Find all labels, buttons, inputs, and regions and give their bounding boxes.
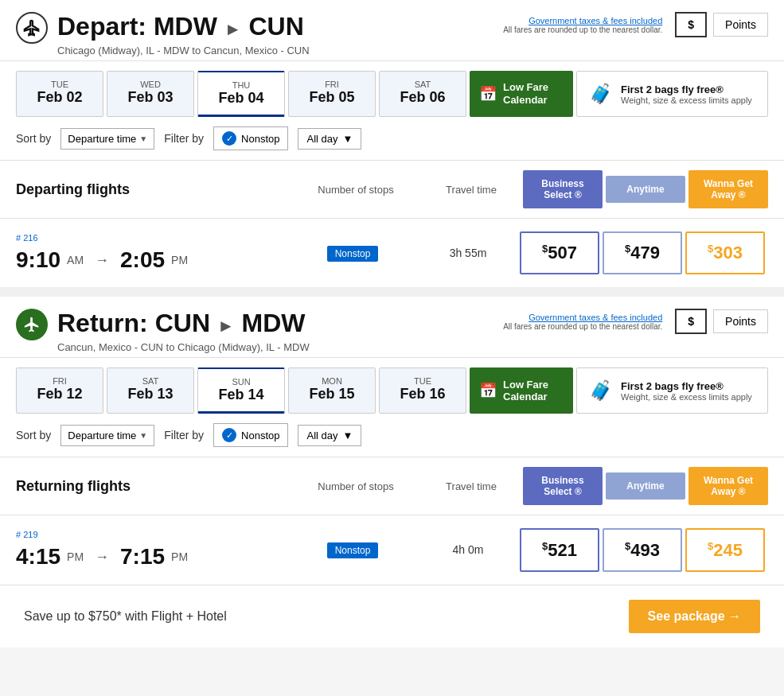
depart-fare-options: Government taxes & fees included All far… (503, 12, 768, 37)
return-flights-heading: Returning flights (16, 478, 292, 495)
depart-nonstop-badge: Nonstop (327, 246, 379, 262)
return-date-tab-3[interactable]: MON Feb 15 (288, 367, 376, 414)
return-travel-time: 4h 0m (416, 543, 520, 556)
depart-dest: CUN (248, 12, 303, 41)
return-flight-times: 4:15PM → 7:15PM (16, 544, 289, 570)
depart-title: Depart: MDW ► CUN Chicago (Midway), IL -… (57, 12, 503, 56)
return-flight-row: # 219 4:15PM → 7:15PM Nonstop 4h 0m $521… (0, 515, 784, 584)
return-price-bs[interactable]: $521 (520, 528, 599, 571)
depart-price-wga[interactable]: $303 (685, 231, 765, 274)
depart-time-arrow-icon: → (95, 252, 109, 269)
depart-date-tab-2[interactable]: THU Feb 04 (197, 71, 285, 117)
return-calendar-icon: 📅 (479, 382, 497, 399)
depart-tab-day-2: THU (205, 80, 278, 90)
depart-table-header: Departing flights Number of stops Travel… (0, 161, 784, 218)
depart-allday-filter[interactable]: All day ▼ (298, 128, 361, 150)
depart-nonstop-filter[interactable]: ✓ Nonstop (213, 126, 288, 150)
return-date-tabs: FRI Feb 12 SAT Feb 13 SUN Feb 14 MON Feb… (0, 358, 784, 414)
return-tax-link[interactable]: Government taxes & fees included (529, 313, 662, 322)
depart-date-tab-1[interactable]: WED Feb 03 (107, 71, 194, 117)
section-divider (0, 287, 784, 297)
depart-date-tab-0[interactable]: TUE Feb 02 (16, 71, 103, 117)
return-col-bs: Business Select ® (523, 467, 603, 505)
return-label: Return: (57, 309, 148, 337)
return-tab-day-3: MON (295, 376, 369, 386)
return-low-fare-button[interactable]: 📅 Low Fare Calendar (470, 367, 573, 414)
depart-currency-button[interactable]: $ (675, 12, 707, 37)
depart-subtitle: Chicago (Midway), IL - MDW to Cancun, Me… (57, 45, 503, 56)
return-tab-date-1: Feb 13 (114, 386, 187, 402)
return-date-tab-4[interactable]: TUE Feb 16 (379, 367, 466, 414)
return-bags-icon: 🧳 (589, 379, 613, 402)
depart-tab-date-0: Feb 02 (23, 89, 96, 106)
return-allday-label: All day (306, 430, 337, 441)
return-price-anytime[interactable]: $493 (603, 528, 682, 571)
return-col-anytime: Anytime (606, 472, 685, 500)
depart-price-bs[interactable]: $507 (520, 231, 599, 274)
depart-bs-amount: $507 (542, 243, 577, 262)
return-time-arrow-icon: → (95, 549, 109, 566)
return-date-tab-1[interactable]: SAT Feb 13 (107, 367, 194, 414)
return-bs-amount: $521 (542, 540, 577, 560)
return-anytime-amount: $493 (625, 540, 660, 560)
return-nonstop-filter[interactable]: ✓ Nonstop (213, 423, 288, 447)
return-flight-details: # 219 4:15PM → 7:15PM (16, 530, 289, 570)
return-points-button[interactable]: Points (713, 309, 768, 333)
depart-wga-amount: $303 (708, 243, 743, 262)
return-date-tab-2[interactable]: SUN Feb 14 (197, 367, 285, 414)
depart-date-tab-3[interactable]: FRI Feb 05 (288, 71, 376, 117)
bottom-banner: Save up to $750* with Flight + Hotel See… (0, 585, 784, 647)
depart-filter-label: Filter by (164, 132, 204, 145)
depart-tax-note: All fares are rounded up to the nearest … (503, 25, 662, 34)
return-nonstop-badge: Nonstop (327, 542, 379, 558)
depart-date-tabs: TUE Feb 02 WED Feb 03 THU Feb 04 FRI Feb… (0, 61, 784, 117)
depart-nonstop-label: Nonstop (241, 133, 279, 145)
return-price-wga[interactable]: $245 (685, 528, 765, 571)
return-plane-icon (16, 309, 48, 340)
return-sort-select[interactable]: Departure time ▼ (60, 425, 154, 446)
return-col-travel: Travel time (419, 480, 523, 492)
return-nonstop-label: Nonstop (241, 430, 279, 441)
depart-date-tab-4[interactable]: SAT Feb 06 (379, 71, 466, 117)
depart-tab-day-4: SAT (386, 80, 459, 89)
depart-points-button[interactable]: Points (713, 13, 768, 37)
return-tab-date-0: Feb 12 (23, 386, 96, 402)
return-tab-day-1: SAT (114, 376, 187, 386)
return-header: Return: CUN ► MDW Cancun, Mexico - CUN t… (0, 297, 784, 358)
depart-bags-label: First 2 bags fly free® (621, 84, 752, 95)
return-bags-sub: Weight, size & excess limits apply (621, 392, 752, 402)
return-low-fare-label: Low Fare Calendar (503, 379, 564, 403)
depart-sort-select[interactable]: Departure time ▼ (60, 128, 154, 150)
depart-tax-link[interactable]: Government taxes & fees included (529, 16, 662, 25)
depart-plane-icon (16, 12, 48, 44)
depart-sort-value: Departure time (68, 133, 136, 145)
depart-flight-details: # 216 9:10AM → 2:05PM (16, 233, 289, 273)
return-tab-day-4: TUE (386, 376, 459, 386)
depart-filter-row: Sort by Departure time ▼ Filter by ✓ Non… (0, 117, 784, 161)
return-allday-filter[interactable]: All day ▼ (298, 425, 361, 446)
depart-tax-info: Government taxes & fees included All far… (503, 16, 662, 34)
see-package-button[interactable]: See package → (629, 600, 760, 633)
return-bags-label: First 2 bags fly free® (621, 380, 752, 392)
return-currency-button[interactable]: $ (675, 309, 707, 334)
depart-nonstop-badge-wrap: Nonstop (289, 246, 416, 260)
depart-flight-row: # 216 9:10AM → 2:05PM Nonstop 3h 55m $50… (0, 218, 784, 287)
depart-depart-suffix: AM (67, 254, 84, 266)
banner-text: Save up to $750* with Flight + Hotel (24, 609, 227, 624)
depart-low-fare-button[interactable]: 📅 Low Fare Calendar (470, 71, 573, 117)
depart-price-anytime[interactable]: $479 (603, 231, 682, 274)
return-filter-row: Sort by Departure time ▼ Filter by ✓ Non… (0, 414, 784, 457)
return-arrive-time: 7:15 (120, 544, 165, 570)
depart-calendar-icon: 📅 (479, 85, 497, 103)
return-depart-suffix: PM (67, 550, 84, 563)
depart-flight-times: 9:10AM → 2:05PM (16, 247, 289, 273)
return-fare-options: Government taxes & fees included All far… (503, 309, 768, 334)
return-tax-info: Government taxes & fees included All far… (503, 313, 662, 331)
depart-tab-date-2: Feb 04 (205, 90, 278, 107)
depart-bags-sub: Weight, size & excess limits apply (621, 95, 752, 105)
depart-col-wga: Wanna Get Away ® (688, 170, 768, 208)
depart-tab-day-3: FRI (295, 80, 369, 89)
return-tab-date-2: Feb 14 (205, 387, 278, 403)
return-date-tab-0[interactable]: FRI Feb 12 (16, 367, 103, 414)
return-nonstop-check-icon: ✓ (222, 428, 236, 442)
